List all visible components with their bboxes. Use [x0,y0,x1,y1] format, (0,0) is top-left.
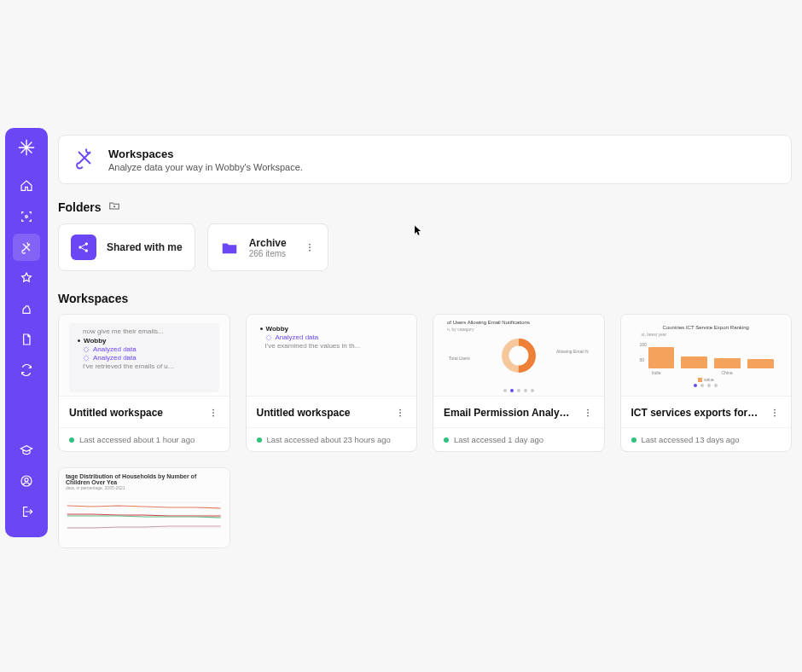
status-dot-icon [444,437,449,443]
analyzed-data-link: Analyzed data [83,345,214,353]
nav-chef[interactable] [13,295,40,322]
svg-point-10 [212,412,214,414]
page-title: Workspaces [108,148,303,160]
donut-chart-icon [500,337,538,374]
tools-icon [73,146,96,173]
folders-heading: Folders [58,200,102,214]
bar-chart-icon [648,342,775,368]
workspace-more-button[interactable] [769,407,781,419]
workspace-preview: tage Distribution of Households by Numbe… [59,468,230,547]
svg-point-11 [212,415,214,417]
logo-icon [17,138,36,157]
pager-dots [433,389,604,392]
folder-more-button[interactable] [304,241,316,253]
chat-line: I've retrieved the emails of u... [83,362,214,370]
folder-name: Shared with me [107,241,183,253]
workspace-footer: Last accessed 1 day ago [433,427,604,451]
workspace-card[interactable]: Countries ICT Service Export Ranking st,… [620,314,793,452]
main-content: Workspaces Analyze data your way in Wobb… [48,119,802,672]
workspace-footer: Last accessed about 23 hours ago [247,427,417,451]
analyzed-data-link: Analyzed data [265,333,407,341]
cursor-icon [414,225,422,237]
add-folder-icon[interactable] [108,200,120,215]
chart-subtitle: data, in percentage, 2005-2021 [66,485,223,490]
nav-logout[interactable] [13,498,40,525]
folder-archive[interactable]: Archive 266 items [207,223,328,271]
workspace-card[interactable]: now give me their emails... Wobby Analyz… [58,314,230,452]
svg-point-14 [399,415,401,417]
nav-document[interactable] [13,326,40,353]
workspace-preview: Wobby Analyzed data I've examined the va… [247,315,417,396]
workspaces-heading: Workspaces [58,292,128,305]
chart-label: Allowing Email N [556,349,589,354]
status-dot-icon [257,437,262,443]
svg-point-9 [212,409,214,411]
workspace-more-button[interactable] [394,407,406,419]
line-chart-icon [66,494,223,536]
pager-dots [628,384,785,387]
workspace-title: Email Permission Analysis [444,407,572,419]
workspace-more-button[interactable] [207,407,219,419]
svg-point-17 [587,409,589,411]
svg-point-20 [774,409,776,411]
workspace-card[interactable]: of Users Allowing Email Notifications n,… [433,314,605,452]
chart-title: Countries ICT Service Export Ranking [642,325,771,330]
svg-point-22 [774,415,776,417]
nav-graduation[interactable] [13,437,40,464]
sidebar [5,128,48,537]
chart-subtitle: st, latest year [642,332,667,337]
header-card: Workspaces Analyze data your way in Wobb… [58,135,792,184]
folder-shared[interactable]: Shared with me [58,223,195,271]
svg-point-13 [399,412,401,414]
nav-scan[interactable] [13,203,40,230]
workspace-title: Untitled workspace [69,407,163,419]
svg-point-3 [78,246,81,248]
svg-point-12 [399,409,401,411]
chart-label: Total Users [449,356,470,361]
y-tick: 50 [640,357,645,362]
chart-title: tage Distribution of Households by Numbe… [66,473,223,485]
chat-line: now give me their emails... [83,327,214,335]
x-label: India [652,370,661,375]
folder-name: Archive [249,237,287,249]
chat-author: Wobby [260,325,407,333]
workspace-footer: Last accessed 13 days ago [621,427,792,451]
analyzed-data-link: Analyzed data [83,354,214,362]
workspace-card[interactable]: Wobby Analyzed data I've examined the va… [246,314,418,452]
page-subtitle: Analyze data your way in Wobby's Workspa… [108,162,303,172]
workspace-preview: now give me their emails... Wobby Analyz… [59,315,230,396]
svg-point-5 [85,249,88,252]
workspace-title: Untitled workspace [257,407,351,419]
x-label: China [722,370,733,375]
nav-profile[interactable] [13,467,40,495]
svg-point-18 [587,412,589,414]
share-icon [71,235,96,260]
status-dot-icon [631,437,636,443]
status-dot-icon [69,437,74,443]
svg-point-6 [309,244,311,246]
workspace-footer: Last accessed about 1 hour ago [59,427,230,451]
svg-point-21 [774,412,776,414]
svg-point-4 [85,242,88,245]
chat-line: I've examined the values in th... [265,342,407,350]
folder-count: 266 items [249,249,287,258]
chart-legend: value [628,377,785,382]
nav-star[interactable] [13,264,40,292]
svg-point-19 [587,415,589,417]
last-accessed: Last accessed about 23 hours ago [267,435,391,444]
workspace-preview: of Users Allowing Email Notifications n,… [433,315,604,396]
nav-tools[interactable] [13,234,40,261]
chat-author: Wobby [78,337,214,345]
last-accessed: Last accessed about 1 hour ago [79,435,195,444]
svg-point-2 [25,478,28,482]
workspace-title: ICT services exports for G20 co... [631,407,759,419]
nav-sync[interactable] [13,356,40,384]
workspace-card[interactable]: tage Distribution of Households by Numbe… [58,467,230,548]
svg-point-8 [309,250,311,252]
last-accessed: Last accessed 1 day ago [454,435,543,444]
workspace-more-button[interactable] [582,407,594,419]
last-accessed: Last accessed 13 days ago [642,435,740,444]
nav-home[interactable] [13,172,40,200]
folder-icon [220,238,239,257]
workspace-preview: Countries ICT Service Export Ranking st,… [621,315,792,396]
